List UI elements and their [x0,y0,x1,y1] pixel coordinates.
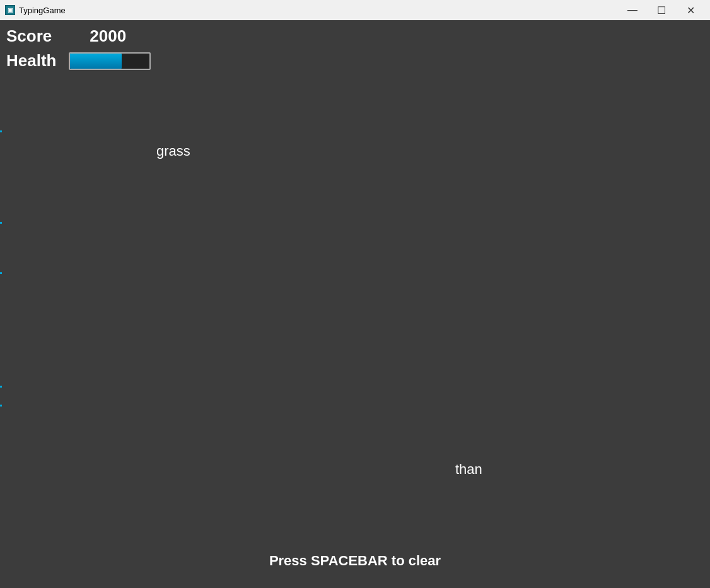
press-spacebar-text: Press SPACEBAR to clear [269,553,441,569]
minimize-button[interactable]: — [618,0,647,20]
title-bar-left: ▣ TypingGame [5,5,66,15]
score-row: Score 2000 [6,26,151,46]
app-icon: ▣ [5,5,15,15]
edge-line-2 [0,222,2,224]
word-grass: grass [156,143,190,159]
window-title: TypingGame [19,6,66,15]
hud: Score 2000 Health [6,26,151,71]
score-value: 2000 [90,26,126,46]
health-row: Health [6,51,151,71]
window-controls: — ☐ ✕ [618,0,705,20]
edge-indicators [0,20,3,588]
score-label: Score [6,26,52,46]
title-bar: ▣ TypingGame — ☐ ✕ [0,0,710,20]
restore-button[interactable]: ☐ [647,0,676,20]
game-area: Score 2000 Health grass than Press SPACE… [0,20,710,588]
health-bar-container [69,52,151,70]
health-bar-fill [70,54,122,69]
health-label: Health [6,51,56,71]
word-than: than [455,461,482,478]
edge-line-4 [0,386,2,388]
edge-line-1 [0,130,2,132]
edge-line-3 [0,272,2,274]
edge-line-5 [0,405,2,406]
close-button[interactable]: ✕ [676,0,705,20]
